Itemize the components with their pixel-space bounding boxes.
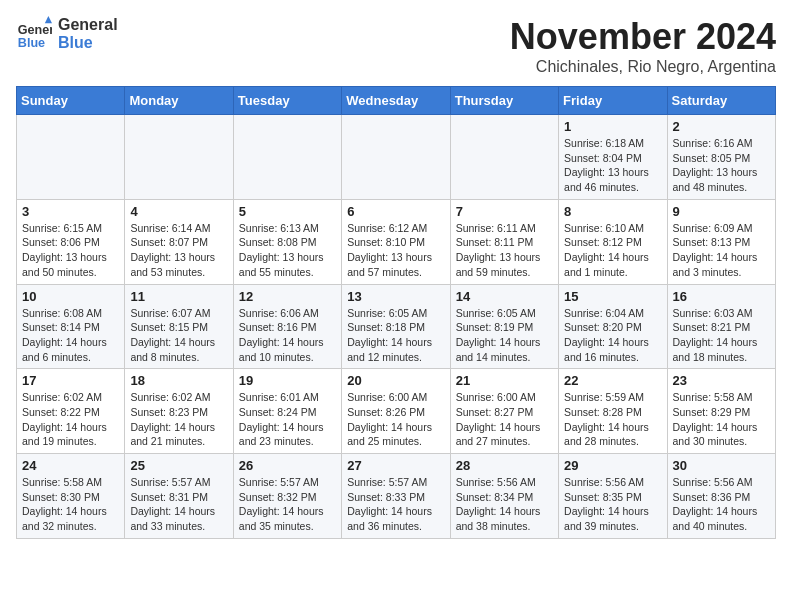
day-info: Sunrise: 6:02 AMSunset: 8:22 PMDaylight:… xyxy=(22,390,119,449)
calendar-week-row: 1Sunrise: 6:18 AMSunset: 8:04 PMDaylight… xyxy=(17,115,776,200)
calendar-cell: 11Sunrise: 6:07 AMSunset: 8:15 PMDayligh… xyxy=(125,284,233,369)
calendar-cell xyxy=(450,115,558,200)
calendar-cell: 14Sunrise: 6:05 AMSunset: 8:19 PMDayligh… xyxy=(450,284,558,369)
calendar-cell: 26Sunrise: 5:57 AMSunset: 8:32 PMDayligh… xyxy=(233,454,341,539)
day-info: Sunrise: 6:11 AMSunset: 8:11 PMDaylight:… xyxy=(456,221,553,280)
calendar-cell: 25Sunrise: 5:57 AMSunset: 8:31 PMDayligh… xyxy=(125,454,233,539)
calendar-cell: 22Sunrise: 5:59 AMSunset: 8:28 PMDayligh… xyxy=(559,369,667,454)
day-number: 13 xyxy=(347,289,444,304)
calendar-cell: 5Sunrise: 6:13 AMSunset: 8:08 PMDaylight… xyxy=(233,199,341,284)
day-number: 3 xyxy=(22,204,119,219)
weekday-header: Sunday xyxy=(17,87,125,115)
day-number: 28 xyxy=(456,458,553,473)
day-number: 9 xyxy=(673,204,770,219)
calendar-cell xyxy=(125,115,233,200)
day-info: Sunrise: 5:57 AMSunset: 8:32 PMDaylight:… xyxy=(239,475,336,534)
day-info: Sunrise: 6:00 AMSunset: 8:27 PMDaylight:… xyxy=(456,390,553,449)
day-number: 12 xyxy=(239,289,336,304)
subtitle: Chichinales, Rio Negro, Argentina xyxy=(510,58,776,76)
calendar-cell xyxy=(342,115,450,200)
day-number: 7 xyxy=(456,204,553,219)
day-number: 8 xyxy=(564,204,661,219)
day-info: Sunrise: 5:56 AMSunset: 8:35 PMDaylight:… xyxy=(564,475,661,534)
calendar-cell: 6Sunrise: 6:12 AMSunset: 8:10 PMDaylight… xyxy=(342,199,450,284)
svg-text:Blue: Blue xyxy=(18,36,45,50)
day-number: 2 xyxy=(673,119,770,134)
calendar-cell: 18Sunrise: 6:02 AMSunset: 8:23 PMDayligh… xyxy=(125,369,233,454)
day-number: 19 xyxy=(239,373,336,388)
day-info: Sunrise: 5:57 AMSunset: 8:33 PMDaylight:… xyxy=(347,475,444,534)
calendar-cell: 17Sunrise: 6:02 AMSunset: 8:22 PMDayligh… xyxy=(17,369,125,454)
main-title: November 2024 xyxy=(510,16,776,58)
calendar-body: 1Sunrise: 6:18 AMSunset: 8:04 PMDaylight… xyxy=(17,115,776,539)
calendar-cell: 27Sunrise: 5:57 AMSunset: 8:33 PMDayligh… xyxy=(342,454,450,539)
weekday-header: Thursday xyxy=(450,87,558,115)
day-info: Sunrise: 6:00 AMSunset: 8:26 PMDaylight:… xyxy=(347,390,444,449)
calendar-cell: 13Sunrise: 6:05 AMSunset: 8:18 PMDayligh… xyxy=(342,284,450,369)
calendar-cell: 4Sunrise: 6:14 AMSunset: 8:07 PMDaylight… xyxy=(125,199,233,284)
calendar-week-row: 3Sunrise: 6:15 AMSunset: 8:06 PMDaylight… xyxy=(17,199,776,284)
calendar-cell: 9Sunrise: 6:09 AMSunset: 8:13 PMDaylight… xyxy=(667,199,775,284)
day-info: Sunrise: 5:58 AMSunset: 8:29 PMDaylight:… xyxy=(673,390,770,449)
day-number: 10 xyxy=(22,289,119,304)
logo-icon: General Blue xyxy=(16,16,52,52)
calendar-header: SundayMondayTuesdayWednesdayThursdayFrid… xyxy=(17,87,776,115)
calendar-cell: 20Sunrise: 6:00 AMSunset: 8:26 PMDayligh… xyxy=(342,369,450,454)
day-number: 16 xyxy=(673,289,770,304)
day-info: Sunrise: 6:01 AMSunset: 8:24 PMDaylight:… xyxy=(239,390,336,449)
calendar-cell: 16Sunrise: 6:03 AMSunset: 8:21 PMDayligh… xyxy=(667,284,775,369)
weekday-header: Monday xyxy=(125,87,233,115)
day-info: Sunrise: 6:13 AMSunset: 8:08 PMDaylight:… xyxy=(239,221,336,280)
day-number: 24 xyxy=(22,458,119,473)
day-info: Sunrise: 6:14 AMSunset: 8:07 PMDaylight:… xyxy=(130,221,227,280)
day-info: Sunrise: 6:02 AMSunset: 8:23 PMDaylight:… xyxy=(130,390,227,449)
day-info: Sunrise: 5:56 AMSunset: 8:34 PMDaylight:… xyxy=(456,475,553,534)
calendar-cell: 23Sunrise: 5:58 AMSunset: 8:29 PMDayligh… xyxy=(667,369,775,454)
day-info: Sunrise: 6:07 AMSunset: 8:15 PMDaylight:… xyxy=(130,306,227,365)
day-number: 29 xyxy=(564,458,661,473)
day-number: 22 xyxy=(564,373,661,388)
calendar-cell: 8Sunrise: 6:10 AMSunset: 8:12 PMDaylight… xyxy=(559,199,667,284)
day-number: 26 xyxy=(239,458,336,473)
calendar-week-row: 24Sunrise: 5:58 AMSunset: 8:30 PMDayligh… xyxy=(17,454,776,539)
day-number: 21 xyxy=(456,373,553,388)
calendar-cell xyxy=(17,115,125,200)
logo-line2: Blue xyxy=(58,34,118,52)
day-number: 4 xyxy=(130,204,227,219)
calendar-cell: 28Sunrise: 5:56 AMSunset: 8:34 PMDayligh… xyxy=(450,454,558,539)
calendar-cell: 12Sunrise: 6:06 AMSunset: 8:16 PMDayligh… xyxy=(233,284,341,369)
day-info: Sunrise: 6:12 AMSunset: 8:10 PMDaylight:… xyxy=(347,221,444,280)
day-number: 18 xyxy=(130,373,227,388)
logo-text: General Blue xyxy=(58,16,118,51)
calendar-cell: 10Sunrise: 6:08 AMSunset: 8:14 PMDayligh… xyxy=(17,284,125,369)
day-info: Sunrise: 6:16 AMSunset: 8:05 PMDaylight:… xyxy=(673,136,770,195)
day-number: 23 xyxy=(673,373,770,388)
calendar-cell xyxy=(233,115,341,200)
calendar-cell: 2Sunrise: 6:16 AMSunset: 8:05 PMDaylight… xyxy=(667,115,775,200)
calendar-cell: 1Sunrise: 6:18 AMSunset: 8:04 PMDaylight… xyxy=(559,115,667,200)
day-info: Sunrise: 6:08 AMSunset: 8:14 PMDaylight:… xyxy=(22,306,119,365)
day-info: Sunrise: 5:58 AMSunset: 8:30 PMDaylight:… xyxy=(22,475,119,534)
weekday-header: Tuesday xyxy=(233,87,341,115)
calendar-cell: 29Sunrise: 5:56 AMSunset: 8:35 PMDayligh… xyxy=(559,454,667,539)
day-info: Sunrise: 5:56 AMSunset: 8:36 PMDaylight:… xyxy=(673,475,770,534)
calendar-cell: 15Sunrise: 6:04 AMSunset: 8:20 PMDayligh… xyxy=(559,284,667,369)
calendar-cell: 24Sunrise: 5:58 AMSunset: 8:30 PMDayligh… xyxy=(17,454,125,539)
day-number: 27 xyxy=(347,458,444,473)
title-area: November 2024 Chichinales, Rio Negro, Ar… xyxy=(510,16,776,76)
logo-line1: General xyxy=(58,16,118,34)
calendar-cell: 19Sunrise: 6:01 AMSunset: 8:24 PMDayligh… xyxy=(233,369,341,454)
logo: General Blue General Blue xyxy=(16,16,118,52)
day-info: Sunrise: 6:05 AMSunset: 8:19 PMDaylight:… xyxy=(456,306,553,365)
calendar-cell: 21Sunrise: 6:00 AMSunset: 8:27 PMDayligh… xyxy=(450,369,558,454)
day-number: 15 xyxy=(564,289,661,304)
day-number: 25 xyxy=(130,458,227,473)
day-info: Sunrise: 6:03 AMSunset: 8:21 PMDaylight:… xyxy=(673,306,770,365)
day-number: 17 xyxy=(22,373,119,388)
weekday-header: Saturday xyxy=(667,87,775,115)
day-number: 6 xyxy=(347,204,444,219)
header: General Blue General Blue November 2024 … xyxy=(16,16,776,76)
day-info: Sunrise: 5:57 AMSunset: 8:31 PMDaylight:… xyxy=(130,475,227,534)
calendar-week-row: 17Sunrise: 6:02 AMSunset: 8:22 PMDayligh… xyxy=(17,369,776,454)
day-number: 14 xyxy=(456,289,553,304)
